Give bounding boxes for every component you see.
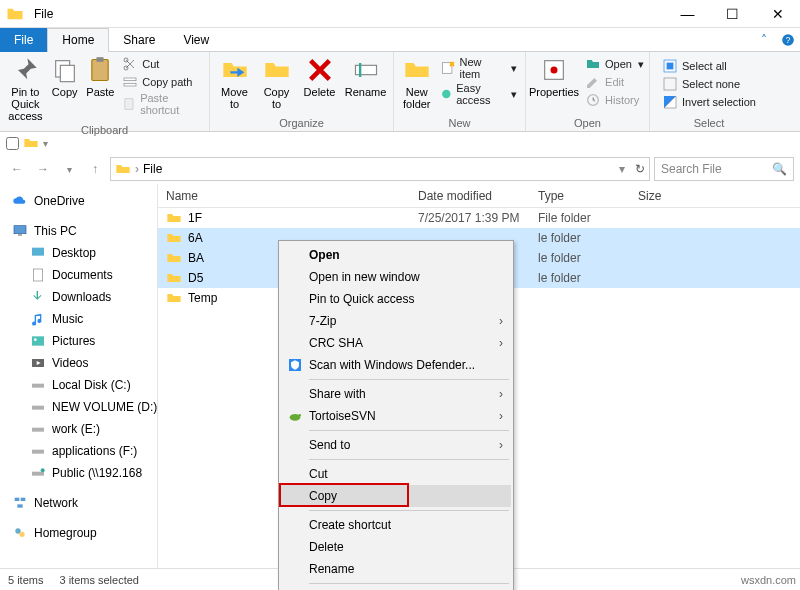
pc-icon [12, 223, 28, 239]
sidebar-item-network[interactable]: Network [0, 492, 157, 514]
sidebar-item-downloads[interactable]: Downloads [0, 286, 157, 308]
maximize-button[interactable]: ☐ [710, 0, 755, 28]
tab-home[interactable]: Home [47, 28, 109, 52]
paste-button[interactable]: Paste [83, 54, 119, 100]
sidebar-item-onedrive[interactable]: OneDrive [0, 190, 157, 212]
ctx-defender[interactable]: Scan with Windows Defender... [281, 354, 511, 376]
tab-file[interactable]: File [0, 28, 47, 52]
ctx-label: Copy [309, 489, 337, 503]
ctx-send-to[interactable]: Send to› [281, 434, 511, 456]
table-row[interactable]: 1F7/25/2017 1:39 PMFile folder [158, 208, 800, 228]
ribbon-group-new: New folder New item▾ Easy access▾ New [394, 52, 526, 131]
sidebar-item-localdisk[interactable]: Local Disk (C:) [0, 374, 157, 396]
copy-to-button[interactable]: Copy to [256, 54, 298, 112]
folder-icon [23, 135, 39, 151]
sidebar-item-thispc[interactable]: This PC [0, 220, 157, 242]
up-button[interactable]: ↑ [84, 158, 106, 180]
ctx-tortoisesvn[interactable]: TortoiseSVN› [281, 405, 511, 427]
sidebar-item-documents[interactable]: Documents [0, 264, 157, 286]
new-folder-button[interactable]: New folder [398, 54, 436, 112]
sidebar-item-newvol[interactable]: NEW VOLUME (D:) [0, 396, 157, 418]
column-size[interactable]: Size [638, 189, 698, 203]
copy-path-button[interactable]: Copy path [118, 74, 205, 90]
file-name: 1F [188, 211, 202, 225]
svg-rect-28 [32, 384, 44, 388]
sidebar-item-desktop[interactable]: Desktop [0, 242, 157, 264]
file-type: File folder [538, 211, 638, 225]
pin-quick-access-button[interactable]: Pin to Quick access [4, 54, 47, 124]
move-to-button[interactable]: Move to [214, 54, 256, 112]
onedrive-icon [12, 193, 28, 209]
properties-button[interactable]: Properties [527, 54, 581, 100]
ctx-crc-sha[interactable]: CRC SHA› [281, 332, 511, 354]
sidebar-item-videos[interactable]: Videos [0, 352, 157, 374]
tab-share[interactable]: Share [109, 28, 169, 52]
edit-label: Edit [605, 76, 624, 88]
svg-rect-5 [97, 57, 104, 62]
ctx-separator [309, 510, 509, 511]
cut-button[interactable]: Cut [118, 56, 205, 72]
ribbon-group-select: Select all Select none Invert selection … [650, 52, 768, 131]
sidebar-item-worke[interactable]: work (E:) [0, 418, 157, 440]
address-path: File [143, 162, 162, 176]
column-date[interactable]: Date modified [418, 189, 538, 203]
select-checkbox[interactable] [6, 137, 19, 150]
ctx-share-with[interactable]: Share with› [281, 383, 511, 405]
ctx-open[interactable]: Open [281, 244, 511, 266]
ctx-pin-quick-access[interactable]: Pin to Quick access [281, 288, 511, 310]
sidebar-item-appf[interactable]: applications (F:) [0, 440, 157, 462]
recent-locations-button[interactable]: ▾ [58, 158, 80, 180]
invert-selection-button[interactable]: Invert selection [658, 94, 760, 110]
address-bar[interactable]: › File ▾ ↻ [110, 157, 650, 181]
dropdown-icon[interactable]: ▾ [619, 162, 625, 176]
select-none-button[interactable]: Select none [658, 76, 760, 92]
open-icon [585, 56, 601, 72]
minimize-button[interactable]: — [665, 0, 710, 28]
back-button[interactable]: ← [6, 158, 28, 180]
downloads-icon [30, 289, 46, 305]
column-type[interactable]: Type [538, 189, 638, 203]
paste-shortcut-icon [122, 96, 136, 112]
refresh-icon[interactable]: ↻ [635, 162, 645, 176]
ctx-copy[interactable]: Copy [281, 485, 511, 507]
easy-access-button[interactable]: Easy access▾ [436, 82, 521, 106]
svg-rect-12 [359, 63, 361, 77]
sidebar-label: Local Disk (C:) [52, 378, 131, 392]
sidebar-item-public[interactable]: Public (\\192.168 [0, 462, 157, 484]
collapse-ribbon-icon[interactable]: ˄ [752, 33, 776, 47]
paste-shortcut-button[interactable]: Paste shortcut [118, 92, 205, 116]
navigation-pane: OneDrive This PC Desktop Documents Downl… [0, 184, 158, 568]
close-button[interactable]: ✕ [755, 0, 800, 28]
delete-button[interactable]: Delete [298, 54, 342, 100]
sidebar-item-homegroup[interactable]: Homegroup [0, 522, 157, 544]
ctx-7zip[interactable]: 7-Zip› [281, 310, 511, 332]
ctx-label: 7-Zip [309, 314, 336, 328]
forward-button[interactable]: → [32, 158, 54, 180]
drive-icon [30, 377, 46, 393]
ctx-rename[interactable]: Rename [281, 558, 511, 580]
copy-button[interactable]: Copy [47, 54, 83, 100]
search-box[interactable]: Search File 🔍 [654, 157, 794, 181]
svg-rect-22 [18, 234, 22, 235]
sidebar-item-pictures[interactable]: Pictures [0, 330, 157, 352]
column-name[interactable]: Name [158, 189, 418, 203]
file-name: BA [188, 251, 204, 265]
ctx-delete[interactable]: Delete [281, 536, 511, 558]
rename-button[interactable]: Rename [342, 54, 390, 100]
new-folder-label: New folder [403, 86, 431, 110]
new-item-button[interactable]: New item▾ [436, 56, 521, 80]
ctx-open-new-window[interactable]: Open in new window [281, 266, 511, 288]
network-icon [12, 495, 28, 511]
help-icon[interactable]: ? [776, 33, 800, 47]
properties-label: Properties [529, 86, 579, 98]
sidebar-item-music[interactable]: Music [0, 308, 157, 330]
ctx-cut[interactable]: Cut [281, 463, 511, 485]
open-button[interactable]: Open▾ [581, 56, 648, 72]
tab-view[interactable]: View [169, 28, 223, 52]
select-all-button[interactable]: Select all [658, 58, 760, 74]
invert-icon [662, 94, 678, 110]
ctx-label: Rename [309, 562, 354, 576]
ribbon-group-open: Properties Open▾ Edit History Open [526, 52, 650, 131]
ctx-create-shortcut[interactable]: Create shortcut [281, 514, 511, 536]
sidebar-label: Network [34, 496, 78, 510]
